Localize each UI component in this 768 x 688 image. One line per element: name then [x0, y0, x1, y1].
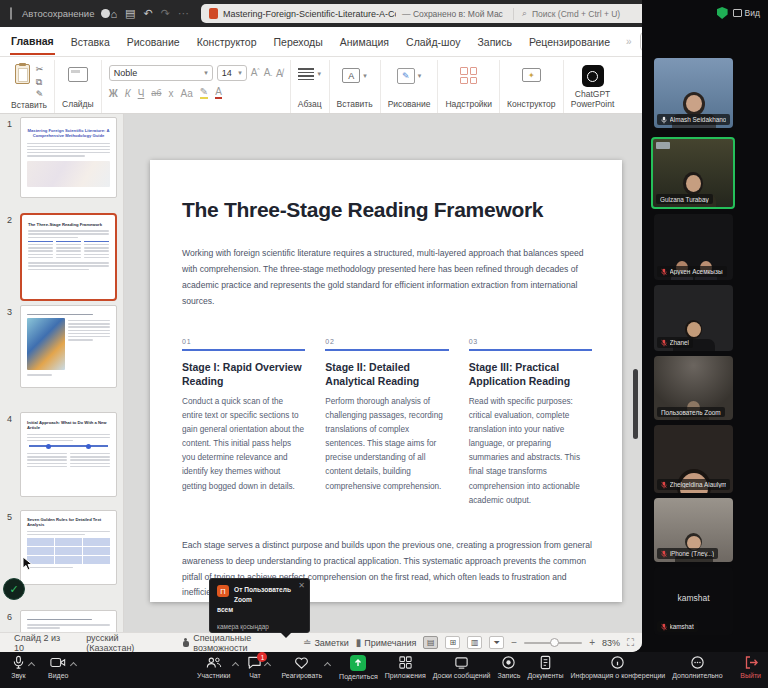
- highlight-color-button[interactable]: ✎: [200, 87, 208, 99]
- slide-thumbnail-1[interactable]: Mastering Foreign Scientific Literature:…: [20, 117, 117, 198]
- addins-group[interactable]: Надстройки: [438, 60, 500, 113]
- chevron-up-icon[interactable]: [232, 662, 239, 669]
- font-name-select[interactable]: Noble▾: [109, 65, 213, 81]
- slide-sorter-view-button[interactable]: ⊞: [445, 636, 460, 649]
- participants-button[interactable]: Участники: [196, 655, 231, 679]
- slide-title[interactable]: The Three-Stage Reading Framework: [182, 198, 592, 222]
- view-button[interactable]: Вид: [733, 8, 760, 18]
- bold-button[interactable]: Ж: [109, 88, 118, 99]
- participant-tile[interactable]: iPhone (Тлеу...): [654, 498, 733, 562]
- more-icon[interactable]: ⋯: [178, 7, 189, 20]
- participant-tile[interactable]: Almash Seidakhanova: [654, 58, 733, 128]
- apps-button[interactable]: Приложения: [384, 655, 427, 679]
- video-button[interactable]: Видео: [47, 655, 69, 679]
- language-button[interactable]: русский (Казахстан): [86, 633, 165, 653]
- copy-icon[interactable]: ⧉: [36, 77, 44, 89]
- participant-tile[interactable]: Пользователь Zoom: [654, 356, 733, 420]
- vertical-scrollbar[interactable]: [633, 369, 638, 439]
- annotation-badge-icon[interactable]: ✓: [3, 578, 25, 600]
- slide-thumbnail-2-selected[interactable]: The Three-Stage Reading Framework: [20, 213, 117, 301]
- tab-transitions[interactable]: Переходы: [273, 29, 324, 54]
- chevron-up-icon[interactable]: [324, 662, 331, 669]
- slide-thumbnail-3[interactable]: [20, 305, 117, 388]
- reading-view-button[interactable]: ▥: [467, 636, 482, 649]
- record-button[interactable]: Запись: [496, 655, 521, 679]
- participant-tile[interactable]: Арукен Асемкызы: [654, 214, 733, 280]
- notes-button[interactable]: ≐ Заметки: [303, 637, 349, 648]
- font-color-button[interactable]: А: [215, 87, 222, 99]
- font-size-select[interactable]: 14▾: [217, 65, 247, 81]
- subscript-button[interactable]: х: [168, 88, 173, 99]
- fit-slide-button[interactable]: ⛶: [627, 637, 634, 649]
- undo-icon[interactable]: ↶: [143, 7, 152, 20]
- stage-column-3[interactable]: 03 Stage III: Practical Application Read…: [469, 338, 592, 508]
- insert-group[interactable]: А ▾ Вставить: [330, 60, 381, 113]
- app-icon[interactable]: [10, 7, 12, 20]
- react-button[interactable]: Реагировать: [280, 655, 323, 679]
- participant-tile[interactable]: Zhelgeldina Aiaulym: [654, 425, 733, 493]
- zoom-in-button[interactable]: +: [589, 637, 595, 648]
- more-button[interactable]: Дополнительно: [671, 655, 723, 679]
- paragraph-group[interactable]: ▾ Абзац: [291, 60, 330, 113]
- document-filename[interactable]: Mastering-Foreign-Scientific-Literature-…: [223, 9, 396, 19]
- strikethrough-button[interactable]: аб: [151, 88, 161, 98]
- zoom-slider-knob[interactable]: [550, 638, 559, 647]
- home-icon[interactable]: ⌂: [110, 8, 117, 20]
- stage-column-2[interactable]: 02 Stage II: Detailed Analytical Reading…: [325, 338, 448, 508]
- whiteboards-button[interactable]: Доски сообщений: [432, 655, 492, 679]
- participant-tile[interactable]: Zhanel: [654, 285, 733, 351]
- more-tabs-icon[interactable]: »: [626, 36, 632, 47]
- clear-format-icon[interactable]: А̸: [276, 68, 283, 79]
- chevron-up-icon[interactable]: [70, 662, 77, 669]
- slideshow-view-button[interactable]: ⏷: [489, 636, 504, 649]
- save-icon[interactable]: ▤: [125, 7, 135, 20]
- normal-view-button[interactable]: ▤: [423, 636, 438, 649]
- zoom-slider[interactable]: [524, 642, 582, 644]
- saved-status[interactable]: — Сохранено в: Мой Mac: [402, 9, 503, 19]
- redo-icon[interactable]: ↷: [161, 7, 170, 20]
- chatgpt-group[interactable]: ChatGPT PowerPoint: [564, 60, 622, 113]
- chat-button[interactable]: 1 Чат: [246, 655, 263, 679]
- meeting-info-button[interactable]: Информация о конференции: [570, 655, 667, 679]
- drawing-group[interactable]: ✎ ▾ Рисование: [381, 60, 439, 113]
- slides-group[interactable]: Слайды: [55, 60, 102, 113]
- tab-design[interactable]: Конструктор: [196, 29, 258, 54]
- tab-insert[interactable]: Вставка: [70, 29, 111, 54]
- audio-button[interactable]: Звук: [10, 655, 27, 679]
- participant-tile-camera-off[interactable]: kamshat kamshat: [654, 567, 733, 635]
- comments-toggle[interactable]: ▮ Примечания: [356, 637, 416, 648]
- slide-thumbnail-4[interactable]: Initial Approach: What to Do With a New …: [20, 412, 117, 497]
- shrink-font-icon[interactable]: Аˇ: [264, 67, 272, 80]
- zoom-out-button[interactable]: −: [511, 637, 517, 648]
- designer-group[interactable]: ✦ Конструктор: [500, 60, 563, 113]
- participant-tile-active-speaker[interactable]: Gulzana Turabay: [651, 137, 735, 209]
- paste-group[interactable]: ✂ ⧉ ✎ Вставить: [4, 60, 55, 113]
- close-icon[interactable]: ✕: [298, 581, 305, 590]
- tab-review[interactable]: Рецензирование: [528, 29, 611, 54]
- tab-draw[interactable]: Рисование: [126, 29, 181, 54]
- slide-thumbnail-5[interactable]: Seven Golden Rules for Detailed Text Ana…: [20, 510, 117, 585]
- chevron-up-icon[interactable]: [28, 662, 35, 669]
- search-box[interactable]: ⌕: [513, 8, 642, 20]
- stage-column-1[interactable]: 01 Stage I: Rapid Overview Reading Condu…: [182, 338, 305, 508]
- italic-button[interactable]: К: [125, 88, 131, 99]
- slide-intro[interactable]: Working with foreign scientific literatu…: [182, 246, 590, 310]
- current-slide[interactable]: The Three-Stage Reading Framework Workin…: [150, 160, 622, 602]
- security-shield-icon[interactable]: [717, 7, 728, 19]
- leave-button[interactable]: Выйти: [739, 655, 762, 679]
- tab-slideshow[interactable]: Слайд-шоу: [405, 29, 461, 54]
- grow-font-icon[interactable]: А^: [251, 67, 260, 78]
- chat-notification[interactable]: ✕ П От Пользователь Zoom всем камера қос…: [209, 578, 310, 633]
- share-screen-button[interactable]: Поделиться: [338, 655, 379, 680]
- cut-icon[interactable]: ✂: [36, 64, 44, 76]
- tab-animations[interactable]: Анимация: [339, 29, 390, 54]
- tab-record[interactable]: Запись: [476, 29, 512, 54]
- chevron-up-icon[interactable]: [264, 662, 271, 669]
- docs-button[interactable]: Документы: [526, 655, 564, 679]
- slide-thumbnail-6[interactable]: [20, 610, 117, 632]
- tab-home[interactable]: Главная: [10, 28, 55, 55]
- change-case-button[interactable]: Аа: [180, 88, 192, 99]
- search-input[interactable]: [530, 8, 642, 20]
- underline-button[interactable]: Ч: [138, 88, 145, 99]
- zoom-level[interactable]: 83%: [602, 638, 620, 648]
